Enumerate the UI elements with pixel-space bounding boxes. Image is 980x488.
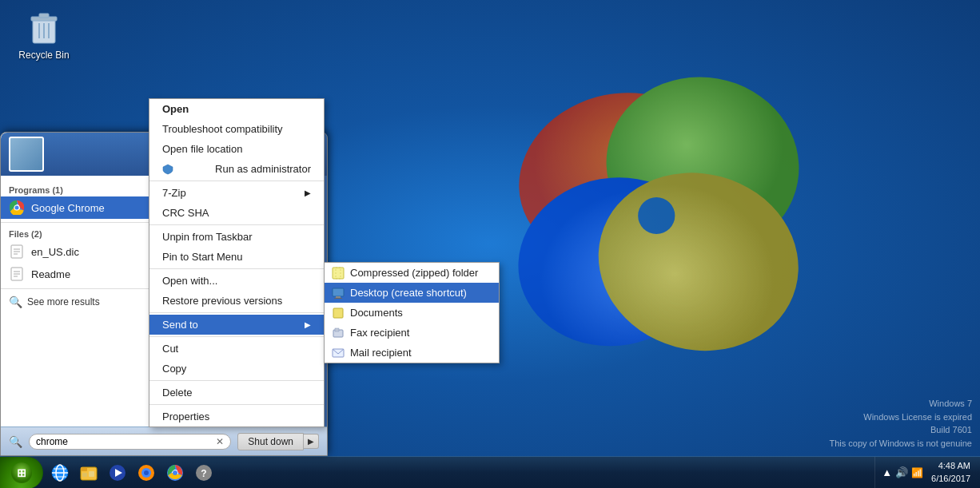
tray-icons: ▲ 🔊 📶 — [882, 466, 923, 478]
ctx-properties[interactable]: Properties — [149, 407, 324, 427]
ctx-open-file-location[interactable]: Open file location — [149, 139, 324, 159]
ctx-run-admin-label: Run as administrator — [215, 163, 311, 175]
recycle-bin[interactable]: Recycle Bin — [16, 8, 72, 61]
shutdown-arrow-button[interactable]: ▶ — [304, 434, 319, 449]
ctx-divider-5 — [149, 336, 324, 337]
user-avatar — [9, 137, 44, 172]
shutdown-area: Shut down ▶ — [237, 433, 319, 450]
ctx-send-to-arrow: ▶ — [305, 320, 311, 329]
zip-icon — [331, 266, 345, 280]
taskbar: ⊞ — [0, 456, 980, 488]
ctx-crc[interactable]: CRC SHA — [149, 203, 324, 223]
taskbar-icons: ? — [43, 459, 874, 486]
taskbar-chrome[interactable] — [161, 459, 189, 486]
tray-network2-icon: 📶 — [911, 467, 923, 478]
ctx-open-file-label: Open file location — [162, 143, 242, 155]
fax-icon — [331, 326, 345, 340]
system-clock[interactable]: 4:48 AM 6/16/2017 — [928, 460, 974, 485]
svg-rect-25 — [333, 288, 344, 296]
shield-icon — [162, 164, 173, 175]
svg-point-4 — [638, 197, 675, 234]
shutdown-button[interactable]: Shut down — [237, 433, 304, 450]
recycle-bin-icon — [25, 8, 63, 46]
windows-logo — [484, 48, 820, 383]
ctx-pin-start[interactable]: Pin to Start Menu — [149, 247, 324, 267]
ctx-divider-7 — [149, 404, 324, 405]
recycle-bin-label: Recycle Bin — [18, 50, 69, 61]
ctx-7zip[interactable]: 7-Zip ▶ — [149, 183, 324, 203]
tray-volume-icon: 🔊 — [895, 466, 908, 478]
taskbar-firefox[interactable] — [133, 459, 160, 486]
ctx-copy-label: Copy — [162, 363, 186, 375]
ctx-troubleshoot[interactable]: Troubleshoot compatibility — [149, 119, 324, 139]
taskbar-explorer[interactable] — [75, 459, 102, 486]
svg-point-50 — [173, 470, 177, 475]
svg-rect-30 — [335, 328, 339, 331]
search-clear-button[interactable]: ✕ — [216, 436, 224, 447]
svg-text:⊞: ⊞ — [17, 466, 26, 479]
system-info-line4: This copy of Windows is not genuine — [829, 437, 972, 450]
ctx-unpin[interactable]: Unpin from Taskbar — [149, 227, 324, 247]
system-info-line3: Build 7601 — [829, 423, 972, 437]
svg-rect-41 — [82, 473, 87, 477]
start-button[interactable]: ⊞ — [0, 457, 43, 489]
ctx-divider-1 — [149, 181, 324, 181]
ctx-restore-label: Restore previous versions — [162, 295, 282, 307]
svg-point-14 — [15, 206, 19, 210]
ie-icon — [50, 463, 70, 482]
taskbar-media[interactable] — [104, 459, 131, 486]
ctx-unpin-label: Unpin from Taskbar — [162, 231, 252, 243]
system-info-line2: Windows License is expired — [829, 411, 972, 424]
taskbar-chrome-icon — [165, 463, 185, 482]
ctx-run-as-admin[interactable]: Run as administrator — [149, 159, 324, 179]
ctx-open-label: Open — [162, 103, 189, 115]
readme-label: Readme — [31, 268, 70, 280]
ctx-cut-label: Cut — [162, 343, 178, 355]
ctx-restore-versions[interactable]: Restore previous versions — [149, 291, 324, 311]
svg-rect-7 — [39, 14, 49, 18]
submenu-documents-label: Documents — [350, 307, 403, 319]
system-info-line1: Windows 7 — [829, 397, 972, 411]
mail-icon — [331, 346, 345, 360]
clock-date: 6/16/2017 — [931, 473, 970, 485]
ctx-delete-label: Delete — [162, 387, 193, 399]
submenu-mail[interactable]: Mail recipient — [325, 343, 499, 363]
ctx-7zip-label: 7-Zip — [162, 187, 186, 199]
ctx-troubleshoot-label: Troubleshoot compatibility — [162, 123, 283, 135]
ctx-open[interactable]: Open — [149, 99, 324, 119]
ctx-copy[interactable]: Copy — [149, 359, 324, 379]
svg-text:?: ? — [201, 468, 206, 479]
submenu-compressed[interactable]: Compressed (zipped) folder — [325, 263, 499, 283]
ctx-cut[interactable]: Cut — [149, 339, 324, 359]
ctx-divider-4 — [149, 312, 324, 313]
taskbar-ie[interactable] — [46, 459, 74, 486]
submenu-mail-label: Mail recipient — [350, 347, 412, 359]
ctx-send-to[interactable]: Send to ▶ — [149, 315, 324, 335]
submenu-desktop[interactable]: Desktop (create shortcut) — [325, 283, 499, 303]
submenu-fax[interactable]: Fax recipient — [325, 323, 499, 343]
ctx-delete[interactable]: Delete — [149, 383, 324, 403]
file-icon — [9, 244, 25, 260]
svg-rect-23 — [333, 268, 344, 279]
ctx-open-with[interactable]: Open with... — [149, 271, 324, 291]
svg-rect-28 — [333, 308, 343, 318]
ctx-divider-2 — [149, 224, 324, 225]
chrome-label: Google Chrome — [31, 202, 105, 214]
taskbar-unknown[interactable]: ? — [190, 459, 217, 486]
search-box: ✕ — [29, 434, 231, 450]
media-icon — [108, 463, 127, 482]
ctx-properties-label: Properties — [162, 411, 209, 423]
system-info: Windows 7 Windows License is expired Bui… — [829, 397, 972, 450]
context-menu: Open Troubleshoot compatibility Open fil… — [149, 98, 325, 427]
submenu-fax-label: Fax recipient — [350, 327, 409, 339]
svg-point-47 — [144, 470, 149, 475]
submenu-desktop-label: Desktop (create shortcut) — [350, 287, 467, 299]
ctx-pin-start-label: Pin to Start Menu — [162, 251, 242, 263]
search-input[interactable] — [36, 436, 213, 447]
submenu-documents[interactable]: Documents — [325, 303, 499, 323]
doc-icon — [9, 266, 25, 282]
svg-rect-42 — [89, 471, 94, 477]
svg-rect-40 — [81, 467, 87, 471]
ctx-open-with-label: Open with... — [162, 275, 217, 287]
chrome-icon — [9, 200, 25, 216]
